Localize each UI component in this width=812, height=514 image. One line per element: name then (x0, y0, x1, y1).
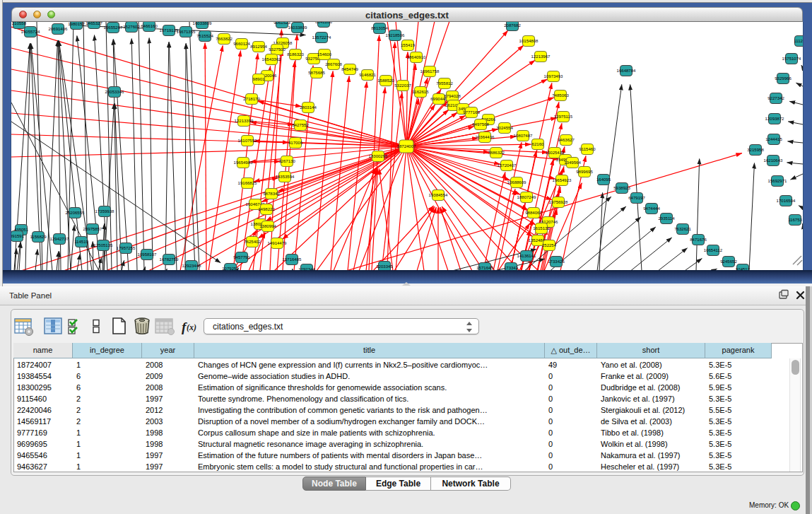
svg-text:7632621: 7632621 (674, 227, 691, 231)
svg-text:8454749: 8454749 (341, 67, 358, 71)
svg-text:20053346: 20053346 (105, 90, 125, 94)
svg-text:1079251: 1079251 (222, 267, 239, 270)
svg-text:154600: 154600 (317, 52, 332, 57)
svg-text:2803144: 2803144 (300, 105, 317, 110)
svg-text:3267130: 3267130 (278, 159, 295, 163)
svg-text:10719135: 10719135 (160, 28, 180, 33)
svg-text:10154808: 10154808 (519, 39, 539, 43)
svg-text:19384554: 19384554 (429, 193, 449, 197)
svg-text:(x): (x) (187, 322, 196, 332)
svg-text:98901: 98901 (253, 77, 265, 81)
svg-text:8813054: 8813054 (371, 26, 388, 30)
svg-text:18300295: 18300295 (369, 154, 389, 158)
svg-text:1588520: 1588520 (377, 78, 394, 83)
svg-text:10807487: 10807487 (514, 134, 534, 138)
svg-text:16543362: 16543362 (262, 57, 282, 62)
svg-text:9884067: 9884067 (525, 211, 542, 215)
svg-text:16107552: 16107552 (238, 139, 258, 143)
svg-text:7955812: 7955812 (436, 81, 453, 86)
svg-text:18640910: 18640910 (407, 55, 427, 59)
svg-text:1349564: 1349564 (564, 160, 581, 165)
svg-text:5322037: 5322037 (394, 83, 411, 88)
svg-text:173342: 173342 (504, 266, 519, 270)
svg-text:20206555: 20206555 (66, 211, 86, 215)
svg-text:16210643: 16210643 (764, 158, 784, 163)
svg-text:9329966: 9329966 (775, 76, 792, 81)
svg-text:18807249: 18807249 (517, 195, 537, 199)
svg-text:9899695: 9899695 (576, 170, 593, 174)
svg-text:210558: 210558 (12, 22, 27, 25)
svg-text:16671355: 16671355 (177, 30, 196, 34)
svg-text:8186323: 8186323 (287, 52, 304, 57)
svg-text:1380994: 1380994 (259, 224, 276, 228)
svg-text:10655267: 10655267 (104, 25, 124, 30)
svg-text:13572274: 13572274 (312, 35, 332, 40)
svg-text:7625402: 7625402 (244, 240, 261, 244)
svg-text:111206: 111206 (794, 39, 803, 43)
svg-text:12505135: 12505135 (94, 243, 114, 247)
svg-text:19166825: 19166825 (238, 181, 258, 185)
svg-text:3215958: 3215958 (747, 148, 764, 152)
svg-text:1465327: 1465327 (86, 22, 102, 25)
svg-text:10688609: 10688609 (507, 180, 527, 185)
svg-text:1156829: 1156829 (30, 235, 47, 239)
svg-text:9660124: 9660124 (233, 42, 250, 46)
svg-text:1980157: 1980157 (68, 22, 85, 26)
svg-text:14914479: 14914479 (268, 241, 288, 245)
svg-text:15716485: 15716485 (283, 257, 302, 262)
svg-text:9115460: 9115460 (579, 147, 596, 151)
svg-text:20364436: 20364436 (476, 135, 495, 139)
svg-text:417006: 417006 (288, 141, 303, 145)
svg-text:6479197: 6479197 (628, 196, 645, 200)
svg-text:19654923: 19654923 (553, 178, 572, 182)
svg-text:2718170: 2718170 (243, 97, 260, 101)
svg-text:12975115: 12975115 (554, 115, 573, 119)
svg-text:9245652: 9245652 (720, 259, 737, 264)
svg-text:17957255: 17957255 (117, 246, 136, 250)
svg-text:1615132: 1615132 (533, 226, 550, 230)
svg-text:9146821: 9146821 (359, 73, 376, 77)
svg-text:10958107: 10958107 (138, 252, 158, 257)
svg-text:1244415: 1244415 (765, 137, 782, 141)
svg-text:9227342: 9227342 (767, 96, 784, 100)
svg-text:9457791: 9457791 (233, 255, 250, 259)
svg-text:6497568: 6497568 (472, 122, 489, 127)
svg-text:116753: 116753 (788, 218, 802, 222)
svg-text:8141206: 8141206 (315, 22, 332, 24)
svg-text:1162615: 1162615 (412, 90, 429, 94)
svg-text:164095: 164095 (596, 177, 611, 182)
svg-text:18724007: 18724007 (397, 144, 417, 148)
svg-text:5878342: 5878342 (263, 192, 280, 196)
svg-text:16033809: 16033809 (288, 25, 308, 30)
svg-text:15692971: 15692971 (768, 179, 788, 183)
svg-text:8912954: 8912954 (250, 45, 267, 49)
svg-text:14136141: 14136141 (517, 254, 537, 258)
svg-text:23975857: 23975857 (83, 227, 103, 231)
svg-text:15720407: 15720407 (498, 163, 517, 168)
svg-text:9474444: 9474444 (643, 206, 660, 211)
svg-text:2867608: 2867608 (325, 62, 342, 66)
svg-text:5938923: 5938923 (613, 186, 630, 190)
svg-text:16782759: 16782759 (160, 257, 180, 262)
svg-text:1527602: 1527602 (123, 25, 140, 29)
svg-text:19218506: 19218506 (386, 33, 406, 37)
svg-text:1733426: 1733426 (548, 259, 565, 264)
svg-text:1292344: 1292344 (298, 267, 315, 270)
svg-text:7485063: 7485063 (552, 93, 569, 98)
svg-text:6794028: 6794028 (444, 94, 461, 98)
svg-text:12213399: 12213399 (235, 119, 254, 123)
svg-text:924512: 924512 (736, 267, 751, 270)
svg-text:155419: 155419 (401, 43, 416, 47)
svg-text:12093872: 12093872 (765, 117, 785, 121)
svg-text:12213967: 12213967 (531, 54, 551, 59)
svg-text:3024554: 3024554 (496, 126, 513, 130)
svg-text:10973493: 10973493 (544, 74, 564, 78)
svg-text:7886322: 7886322 (488, 151, 505, 155)
svg-text:252254: 252254 (542, 243, 557, 247)
svg-text:19654983: 19654983 (234, 160, 254, 165)
svg-text:391591: 391591 (11, 234, 25, 238)
svg-text:16648784: 16648784 (617, 69, 637, 73)
svg-text:9327500: 9327500 (269, 47, 286, 52)
svg-text:9463627: 9463627 (558, 138, 575, 142)
svg-text:7515524: 7515524 (196, 34, 213, 38)
